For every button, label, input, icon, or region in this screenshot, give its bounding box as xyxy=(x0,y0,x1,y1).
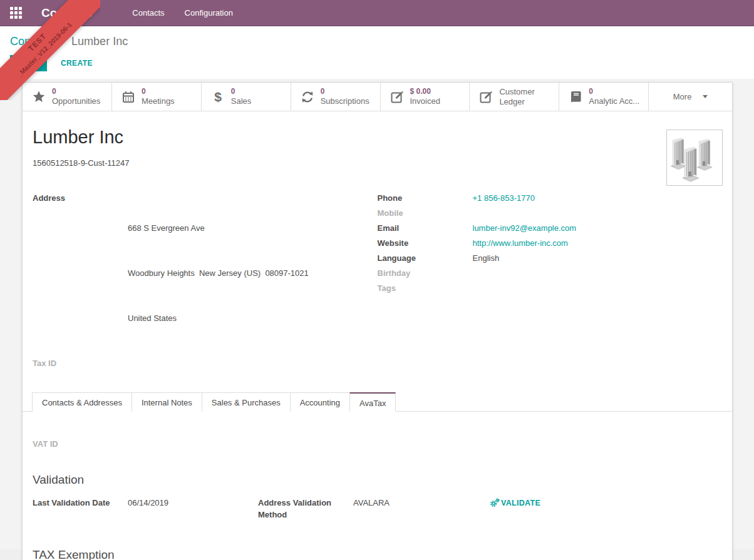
language-label: Language xyxy=(378,251,473,266)
stat-button-row: 0 Opportunities 0 Meetings xyxy=(23,83,732,111)
last-validation-date-value: 06/14/2019 xyxy=(128,496,168,521)
website-field-row: Website http://www.lumber-inc.com xyxy=(378,236,723,251)
mobile-label: Mobile xyxy=(378,206,473,221)
company-avatar[interactable] xyxy=(666,130,723,186)
validate-button[interactable]: VALIDATE xyxy=(490,496,540,511)
stat-sales-value: 0 xyxy=(231,87,252,96)
stat-analytic-accounts-label: Analytic Acc... xyxy=(589,96,639,106)
dollar-icon: $ xyxy=(211,90,225,104)
star-icon xyxy=(32,90,46,104)
svg-text:$: $ xyxy=(214,90,222,104)
breadcrumb-current: Lumber Inc xyxy=(71,35,128,48)
last-validation-date-label: Last Validation Date xyxy=(33,496,128,521)
edit-button[interactable]: EDIT xyxy=(10,55,47,71)
stat-subscriptions-label: Subscriptions xyxy=(321,96,369,106)
validation-rows: Last Validation Date 06/14/2019 Address … xyxy=(33,496,722,521)
address-validation-method-label: Address Validation Method xyxy=(258,496,353,521)
nav-menu: Contacts Configuration xyxy=(125,1,240,25)
stat-analytic-accounts-button[interactable]: 0 Analytic Acc... xyxy=(559,83,649,111)
email-label: Email xyxy=(378,221,473,236)
pencil-square-icon xyxy=(479,90,493,104)
tab-accounting[interactable]: Accounting xyxy=(290,392,350,412)
breadcrumb-contacts-link[interactable]: Contacts xyxy=(10,35,54,48)
cogs-icon xyxy=(490,498,500,507)
stat-sales-button[interactable]: $ 0 Sales xyxy=(202,83,291,111)
stat-invoiced-label: Invoiced xyxy=(410,96,440,106)
pencil-square-icon xyxy=(390,90,404,104)
tab-avatax[interactable]: AvaTax xyxy=(349,392,396,412)
stat-subscriptions-value: 0 xyxy=(321,87,369,96)
more-label: More xyxy=(673,92,692,101)
address-validation-method-value: AVALARA xyxy=(353,496,390,521)
birthday-field-row: Birthday xyxy=(378,266,723,281)
phone-label: Phone xyxy=(378,191,473,206)
content-area: 0 Opportunities 0 Meetings xyxy=(0,79,754,549)
nav-menu-configuration[interactable]: Configuration xyxy=(177,1,240,25)
tab-contacts-addresses[interactable]: Contacts & Addresses xyxy=(32,392,132,412)
tags-field-row: Tags xyxy=(378,281,723,296)
top-navbar: Contacts Contacts Configuration xyxy=(0,0,754,26)
notebook-tab-bar: Contacts & Addresses Internal Notes Sale… xyxy=(23,392,732,412)
tab-sales-purchases[interactable]: Sales & Purchases xyxy=(202,392,291,412)
address-line1: 668 S Evergreen Ave xyxy=(128,221,309,236)
stat-meetings-value: 0 xyxy=(142,87,175,96)
stat-invoiced-value: $ 0.00 xyxy=(410,87,440,96)
stat-customer-ledger-button[interactable]: Customer Ledger xyxy=(470,83,559,111)
left-field-column: Address 668 S Evergreen Ave Woodbury Hei… xyxy=(33,191,378,371)
create-button[interactable]: CREATE xyxy=(52,56,101,71)
right-field-column: Phone +1 856-853-1770 Mobile Email lumbe… xyxy=(378,191,723,371)
tax-id-label: Tax ID xyxy=(33,356,128,371)
stat-subscriptions-button[interactable]: 0 Subscriptions xyxy=(291,83,381,111)
stat-analytic-accounts-value: 0 xyxy=(589,87,639,96)
validation-heading: Validation xyxy=(33,473,722,487)
language-value: English xyxy=(473,251,500,266)
address-validation-method-row: Address Validation Method AVALARA xyxy=(258,496,483,521)
stat-meetings-label: Meetings xyxy=(142,96,175,106)
control-panel: Contacts / Lumber Inc EDIT CREATE Action xyxy=(0,26,754,79)
vat-id-label: VAT ID xyxy=(33,437,128,452)
phone-field-row: Phone +1 856-853-1770 xyxy=(378,191,723,206)
validate-button-label: VALIDATE xyxy=(501,499,540,507)
stat-opportunities-label: Opportunities xyxy=(52,96,100,106)
address-line3: United States xyxy=(128,311,309,326)
tags-label: Tags xyxy=(378,281,473,296)
email-field-row: Email lumber-inv92@example.com xyxy=(378,221,723,236)
stat-opportunities-button[interactable]: 0 Opportunities xyxy=(23,83,112,111)
tax-exemption-section: TAX Exemption Is Tax Exempt xyxy=(33,548,722,560)
record-name: Lumber Inc xyxy=(33,126,722,148)
breadcrumb-separator: / xyxy=(61,35,65,48)
calendar-icon xyxy=(121,90,135,104)
apps-grid-icon[interactable] xyxy=(10,7,23,19)
control-panel-buttons: EDIT CREATE xyxy=(10,54,744,71)
stat-customer-ledger-label: Customer Ledger xyxy=(499,87,555,106)
address-line2: Woodbury Heights New Jersey (US) 08097-1… xyxy=(128,266,309,281)
last-validation-date-row: Last Validation Date 06/14/2019 xyxy=(33,496,258,521)
record-reference: 1560512518-9-Cust-11247 xyxy=(33,158,722,168)
email-value[interactable]: lumber-inv92@example.com xyxy=(473,221,577,236)
stat-invoiced-button[interactable]: $ 0.00 Invoiced xyxy=(381,83,470,111)
mobile-field-row: Mobile xyxy=(378,206,723,221)
record-title-block: Lumber Inc 1560512518-9-Cust-11247 xyxy=(23,111,732,168)
address-label: Address xyxy=(33,191,128,356)
breadcrumb: Contacts / Lumber Inc xyxy=(10,35,744,48)
website-label: Website xyxy=(378,236,473,251)
birthday-label: Birthday xyxy=(378,266,473,281)
stat-opportunities-value: 0 xyxy=(52,87,100,96)
stat-sales-label: Sales xyxy=(231,96,252,106)
stat-meetings-button[interactable]: 0 Meetings xyxy=(112,83,202,111)
avatax-tab-content: VAT ID Validation Last Validation Date 0… xyxy=(23,412,732,560)
tax-id-field-row: Tax ID xyxy=(33,356,378,371)
language-field-row: Language English xyxy=(378,251,723,266)
phone-value[interactable]: +1 856-853-1770 xyxy=(473,191,535,206)
refresh-icon xyxy=(301,90,314,104)
more-stat-dropdown[interactable]: More xyxy=(649,83,732,111)
website-value[interactable]: http://www.lumber-inc.com xyxy=(473,236,568,251)
buildings-image xyxy=(668,131,721,184)
address-field-row: Address 668 S Evergreen Ave Woodbury Hei… xyxy=(33,191,378,356)
app-title: Contacts xyxy=(41,6,92,20)
book-icon xyxy=(569,90,582,104)
address-value: 668 S Evergreen Ave Woodbury Heights New… xyxy=(128,191,309,356)
vat-id-field-row: VAT ID xyxy=(33,437,722,452)
nav-menu-contacts[interactable]: Contacts xyxy=(125,1,172,25)
tab-internal-notes[interactable]: Internal Notes xyxy=(132,392,202,412)
